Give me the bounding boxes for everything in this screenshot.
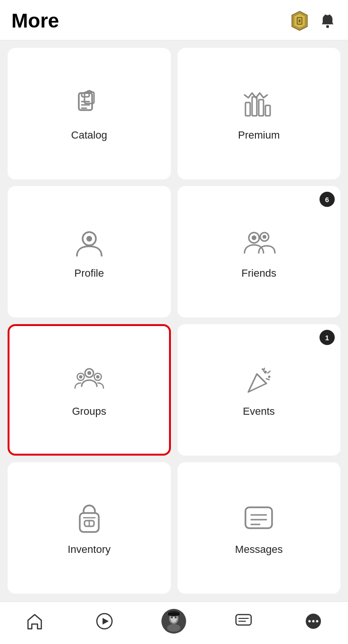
catalog-icon xyxy=(72,88,106,122)
svg-point-50 xyxy=(167,624,180,632)
events-tile[interactable]: 1 Events xyxy=(178,324,341,456)
nav-chat[interactable] xyxy=(229,607,258,635)
svg-point-57 xyxy=(308,620,310,622)
svg-rect-15 xyxy=(259,100,263,116)
friends-badge: 6 xyxy=(320,192,335,207)
profile-icon xyxy=(72,226,106,261)
catalog-tile[interactable]: Catalog xyxy=(8,48,171,179)
svg-point-18 xyxy=(86,236,92,242)
bottom-nav xyxy=(0,601,348,644)
svg-rect-52 xyxy=(168,613,179,616)
svg-point-59 xyxy=(316,620,318,622)
svg-point-49 xyxy=(175,616,177,618)
svg-rect-14 xyxy=(252,97,257,116)
svg-point-24 xyxy=(87,371,91,375)
svg-point-29 xyxy=(264,371,267,373)
nav-avatar[interactable] xyxy=(160,607,188,635)
page-title: More xyxy=(11,9,59,32)
home-icon xyxy=(25,612,44,631)
messages-icon xyxy=(242,503,276,537)
svg-point-58 xyxy=(312,620,314,622)
svg-point-30 xyxy=(268,375,271,378)
more-dots-icon xyxy=(304,612,323,631)
groups-tile[interactable]: Groups xyxy=(8,324,171,456)
play-icon xyxy=(95,612,114,631)
events-badge: 1 xyxy=(320,330,335,345)
profile-label: Profile xyxy=(75,267,104,280)
header: More xyxy=(0,0,348,40)
bell-icon[interactable] xyxy=(319,12,337,30)
friends-label: Friends xyxy=(242,267,276,280)
inventory-icon xyxy=(72,503,106,537)
messages-label: Messages xyxy=(235,543,282,556)
svg-marker-44 xyxy=(103,618,109,625)
nav-more[interactable] xyxy=(299,607,328,635)
groups-label: Groups xyxy=(72,405,106,418)
friends-tile[interactable]: 6 Friends xyxy=(178,186,341,317)
svg-point-31 xyxy=(262,368,263,370)
svg-rect-4 xyxy=(299,19,301,22)
groups-icon xyxy=(72,364,106,399)
svg-point-48 xyxy=(171,616,173,618)
friends-icon xyxy=(242,226,276,261)
catalog-label: Catalog xyxy=(71,129,107,141)
grid-container: Catalog Premium Profile 6 xyxy=(0,40,348,601)
svg-point-20 xyxy=(252,235,256,240)
svg-point-22 xyxy=(263,235,266,239)
svg-line-32 xyxy=(268,371,270,373)
inventory-tile[interactable]: Inventory xyxy=(8,462,171,594)
avatar-image xyxy=(161,609,186,634)
nav-home[interactable] xyxy=(20,607,49,635)
svg-rect-16 xyxy=(265,105,270,116)
events-label: Events xyxy=(243,405,275,418)
robux-icon[interactable] xyxy=(288,9,311,32)
svg-rect-8 xyxy=(82,93,89,97)
svg-point-5 xyxy=(326,25,329,28)
header-icons xyxy=(288,9,337,32)
messages-tile[interactable]: Messages xyxy=(178,462,341,594)
premium-tile[interactable]: Premium xyxy=(178,48,341,179)
svg-rect-53 xyxy=(236,615,251,625)
inventory-label: Inventory xyxy=(68,543,111,556)
profile-tile[interactable]: Profile xyxy=(8,186,171,317)
svg-line-33 xyxy=(266,379,269,380)
svg-point-28 xyxy=(96,375,99,378)
svg-rect-6 xyxy=(326,14,329,15)
svg-line-34 xyxy=(263,368,264,371)
chat-icon xyxy=(234,612,253,631)
svg-point-26 xyxy=(79,375,82,378)
svg-rect-13 xyxy=(245,103,250,116)
events-icon xyxy=(242,364,276,399)
premium-icon xyxy=(242,88,276,122)
premium-label: Premium xyxy=(238,129,280,141)
nav-play[interactable] xyxy=(90,607,119,635)
